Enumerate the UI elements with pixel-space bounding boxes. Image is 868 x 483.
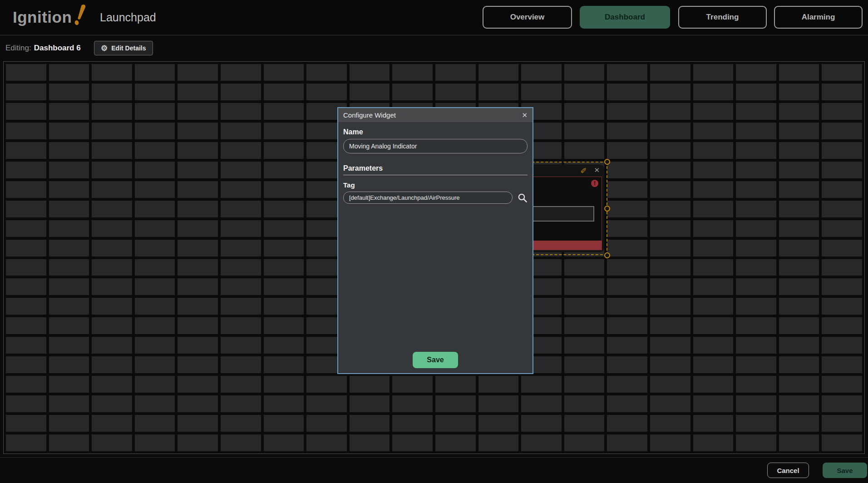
grid-cell[interactable] xyxy=(92,298,132,315)
grid-cell[interactable] xyxy=(221,201,261,217)
grid-cell[interactable] xyxy=(92,415,132,432)
grid-cell[interactable] xyxy=(392,434,433,451)
grid-cell[interactable] xyxy=(607,201,647,217)
grid-cell[interactable] xyxy=(178,376,218,393)
grid-cell[interactable] xyxy=(693,103,734,120)
grid-cell[interactable] xyxy=(221,181,261,198)
grid-cell[interactable] xyxy=(736,317,776,334)
grid-cell[interactable] xyxy=(650,337,690,354)
grid-cell[interactable] xyxy=(92,181,132,198)
grid-cell[interactable] xyxy=(607,123,647,139)
grid-cell[interactable] xyxy=(736,376,776,393)
grid-cell[interactable] xyxy=(693,220,734,237)
grid-cell[interactable] xyxy=(49,181,89,198)
grid-cell[interactable] xyxy=(6,278,46,295)
grid-cell[interactable] xyxy=(822,356,862,373)
grid-cell[interactable] xyxy=(49,259,89,276)
grid-cell[interactable] xyxy=(693,162,734,178)
grid-cell[interactable] xyxy=(693,356,734,373)
grid-cell[interactable] xyxy=(564,376,605,393)
grid-cell[interactable] xyxy=(822,84,862,100)
grid-cell[interactable] xyxy=(650,162,690,178)
grid-cell[interactable] xyxy=(221,434,261,451)
grid-cell[interactable] xyxy=(135,162,175,178)
grid-cell[interactable] xyxy=(779,259,819,276)
grid-cell[interactable] xyxy=(607,356,647,373)
grid-cell[interactable] xyxy=(650,356,690,373)
grid-cell[interactable] xyxy=(6,356,46,373)
grid-cell[interactable] xyxy=(135,415,175,432)
grid-cell[interactable] xyxy=(92,84,132,100)
grid-cell[interactable] xyxy=(221,395,261,412)
grid-cell[interactable] xyxy=(221,259,261,276)
grid-cell[interactable] xyxy=(135,181,175,198)
grid-cell[interactable] xyxy=(49,278,89,295)
grid-cell[interactable] xyxy=(6,376,46,393)
grid-cell[interactable] xyxy=(564,356,605,373)
grid-cell[interactable] xyxy=(822,298,862,315)
grid-cell[interactable] xyxy=(178,123,218,139)
grid-cell[interactable] xyxy=(178,337,218,354)
grid-cell[interactable] xyxy=(693,317,734,334)
grid-cell[interactable] xyxy=(221,356,261,373)
grid-cell[interactable] xyxy=(435,415,476,432)
grid-cell[interactable] xyxy=(779,376,819,393)
grid-cell[interactable] xyxy=(693,278,734,295)
grid-cell[interactable] xyxy=(564,142,605,159)
grid-cell[interactable] xyxy=(6,84,46,100)
grid-cell[interactable] xyxy=(264,162,304,178)
grid-cell[interactable] xyxy=(650,415,690,432)
grid-cell[interactable] xyxy=(736,142,776,159)
grid-cell[interactable] xyxy=(478,64,519,81)
grid-cell[interactable] xyxy=(779,434,819,451)
grid-cell[interactable] xyxy=(49,84,89,100)
grid-cell[interactable] xyxy=(6,434,46,451)
grid-cell[interactable] xyxy=(6,181,46,198)
grid-cell[interactable] xyxy=(135,103,175,120)
grid-cell[interactable] xyxy=(736,220,776,237)
grid-cell[interactable] xyxy=(178,278,218,295)
modal-save-button[interactable]: Save xyxy=(413,352,458,368)
grid-cell[interactable] xyxy=(135,395,175,412)
grid-cell[interactable] xyxy=(564,415,605,432)
grid-cell[interactable] xyxy=(564,64,605,81)
grid-cell[interactable] xyxy=(306,64,347,81)
grid-cell[interactable] xyxy=(350,434,390,451)
grid-cell[interactable] xyxy=(736,84,776,100)
grid-cell[interactable] xyxy=(478,415,519,432)
grid-cell[interactable] xyxy=(822,201,862,217)
grid-cell[interactable] xyxy=(178,103,218,120)
grid-cell[interactable] xyxy=(92,123,132,139)
nav-tab-alarming[interactable]: Alarming xyxy=(774,6,863,29)
edit-details-button[interactable]: ⚙ Edit Details xyxy=(94,41,153,55)
grid-cell[interactable] xyxy=(822,123,862,139)
grid-cell[interactable] xyxy=(221,298,261,315)
grid-cell[interactable] xyxy=(306,376,347,393)
grid-cell[interactable] xyxy=(178,298,218,315)
resize-handle-bottom-right[interactable] xyxy=(604,252,610,258)
grid-cell[interactable] xyxy=(650,298,690,315)
grid-cell[interactable] xyxy=(822,64,862,81)
widget-name-input[interactable] xyxy=(343,139,528,153)
grid-cell[interactable] xyxy=(92,240,132,256)
grid-cell[interactable] xyxy=(264,298,304,315)
grid-cell[interactable] xyxy=(736,434,776,451)
grid-cell[interactable] xyxy=(650,123,690,139)
grid-cell[interactable] xyxy=(49,142,89,159)
grid-cell[interactable] xyxy=(306,84,347,100)
grid-cell[interactable] xyxy=(478,434,519,451)
grid-cell[interactable] xyxy=(779,317,819,334)
grid-cell[interactable] xyxy=(779,220,819,237)
grid-cell[interactable] xyxy=(693,434,734,451)
grid-cell[interactable] xyxy=(92,220,132,237)
grid-cell[interactable] xyxy=(564,395,605,412)
grid-cell[interactable] xyxy=(135,356,175,373)
grid-cell[interactable] xyxy=(6,123,46,139)
grid-cell[interactable] xyxy=(779,181,819,198)
tag-browse-button[interactable] xyxy=(518,193,528,203)
grid-cell[interactable] xyxy=(49,201,89,217)
cancel-button[interactable]: Cancel xyxy=(767,463,809,478)
grid-cell[interactable] xyxy=(736,278,776,295)
grid-cell[interactable] xyxy=(564,337,605,354)
grid-cell[interactable] xyxy=(650,240,690,256)
